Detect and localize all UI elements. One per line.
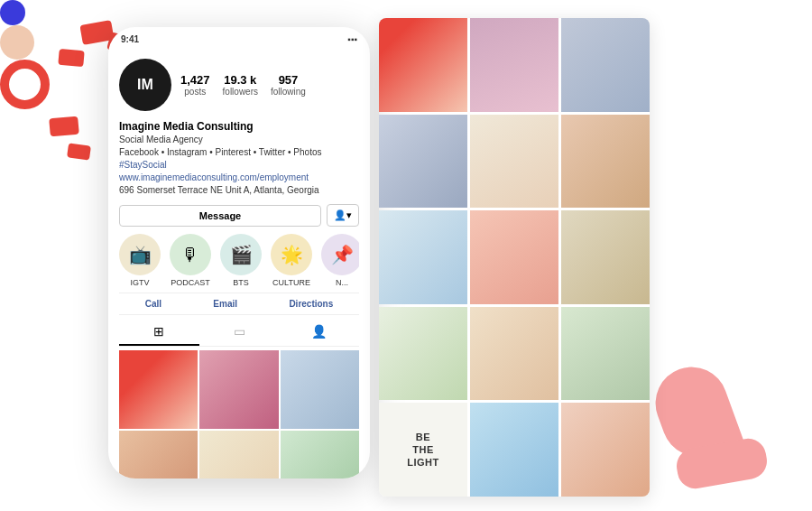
deco-red-brush-2 [58,49,84,67]
pg-cell-9[interactable] [561,210,650,304]
pg-cell-7[interactable] [379,210,467,304]
pg-cell-1[interactable] [379,18,467,112]
pg-cell-text[interactable]: BETHELIGHT [379,403,467,497]
grid-photo-4 [119,431,198,478]
highlight-circle-igtv: 📺 [119,234,161,275]
message-row: Message 👤 ▾ [119,204,359,227]
ig-tabs: ⊞ ▭ 👤 [119,319,359,347]
highlight-culture[interactable]: 🌟 CULTURE [271,234,312,287]
posts-label: posts [180,87,210,97]
grid-photo-2 [199,350,278,429]
tab-grid[interactable]: ⊞ [119,319,199,346]
grid-item-2[interactable] [199,350,278,429]
call-link[interactable]: Call [145,299,161,309]
highlight-circle-bts: 🎬 [220,234,262,275]
bio-section: Imagine Media Consulting Social Media Ag… [119,120,359,197]
bio-category: Social Media Agency [119,134,359,146]
highlight-label-culture: CULTURE [272,278,310,287]
status-battery: ▪▪▪ [347,34,357,44]
ig-profile: IM 1,427 posts 19.3 k followers 957 foll… [108,48,370,478]
deco-red-brush-5 [67,143,91,160]
highlight-more[interactable]: 📌 N... [321,234,359,287]
ig-stat-followers: 19.3 k followers [223,73,258,97]
following-count: 957 [271,73,306,87]
highlight-label-bts: BTS [233,278,249,287]
bio-website: www.imaginemediaconsulting.com/employmen… [119,172,359,184]
deco-blue-dot [0,0,25,25]
phone-notch [212,27,266,40]
highlight-igtv[interactable]: 📺 IGTV [119,234,161,287]
pg-cell-6[interactable] [561,115,650,209]
pg-cell-4[interactable] [379,115,467,209]
pg-cell-3[interactable] [561,18,650,112]
phone-mockup: 9:41 ▪▪▪ IM 1,427 posts 19.3 k followers [108,27,370,478]
grid-item-4[interactable] [119,431,198,478]
grid-item-6[interactable] [281,431,359,478]
grid-photo-3 [281,350,359,429]
pg-cell-11[interactable] [470,307,558,401]
arrow-down-icon: ▾ [346,209,352,221]
be-the-light-text: BETHELIGHT [407,431,439,469]
follow-arrow-button[interactable]: 👤 ▾ [327,204,359,227]
pg-cell-5[interactable] [470,115,558,209]
pg-cell-15[interactable] [561,403,650,497]
right-photo-grid: BETHELIGHT [379,18,650,497]
grid-item-1[interactable] [119,350,198,429]
highlight-circle-culture: 🌟 [271,234,312,275]
directions-link[interactable]: Directions [289,299,333,309]
message-button[interactable]: Message [119,205,321,227]
grid-photo-5 [199,431,278,478]
ig-stats: 1,427 posts 19.3 k followers 957 followi… [180,73,359,97]
followers-label: followers [223,87,258,97]
avatar: IM [119,59,171,111]
ig-photo-grid [119,350,359,478]
pg-cell-10[interactable] [379,307,467,401]
ig-highlights: 📺 IGTV 🎙 PODCAST 🎬 BTS 🌟 CULTURE 📌 [119,234,359,287]
pg-cell-14[interactable] [470,403,558,497]
profile-name: Imagine Media Consulting [119,120,359,133]
tab-tagged[interactable]: 👤 [279,319,359,346]
grid-photo-6 [281,431,359,478]
tab-feed[interactable]: ▭ [199,319,280,346]
pg-cell-8[interactable] [470,210,558,304]
grid-item-3[interactable] [281,350,359,429]
highlight-podcast[interactable]: 🎙 PODCAST [170,234,211,287]
grid-photo-1 [119,350,198,429]
bio-links: Facebook • Instagram • Pinterest • Twitt… [119,146,359,159]
ig-actions: Call Email Directions [119,293,359,315]
ig-stat-following: 957 following [271,73,306,97]
highlight-circle-podcast: 🎙 [170,234,211,275]
deco-red-ring [0,60,50,109]
grid-item-5[interactable] [199,431,278,478]
pg-cell-12[interactable] [561,307,650,401]
avatar-initials: IM [137,77,153,93]
deco-red-brush-4 [49,116,79,137]
bio-address: 696 Somerset Terrace NE Unit A, Atlanta,… [119,184,359,197]
status-time: 9:41 [121,34,139,44]
scene: 9:41 ▪▪▪ IM 1,427 posts 19.3 k followers [0,0,812,511]
highlight-bts[interactable]: 🎬 BTS [220,234,262,287]
deco-peach-dot [0,25,34,60]
person-icon: 👤 [334,209,346,221]
ig-header: IM 1,427 posts 19.3 k followers 957 foll… [119,59,359,111]
highlight-circle-more: 📌 [321,234,359,275]
bio-hashtag: #StaySocial [119,159,359,172]
ig-stat-posts: 1,427 posts [180,73,210,97]
highlight-label-more: N... [336,278,348,287]
followers-count: 19.3 k [223,73,258,87]
following-label: following [271,87,306,97]
email-link[interactable]: Email [213,299,237,309]
pg-cell-2[interactable] [470,18,558,112]
highlight-label-podcast: PODCAST [171,278,210,287]
posts-count: 1,427 [180,73,210,87]
highlight-label-igtv: IGTV [130,278,149,287]
